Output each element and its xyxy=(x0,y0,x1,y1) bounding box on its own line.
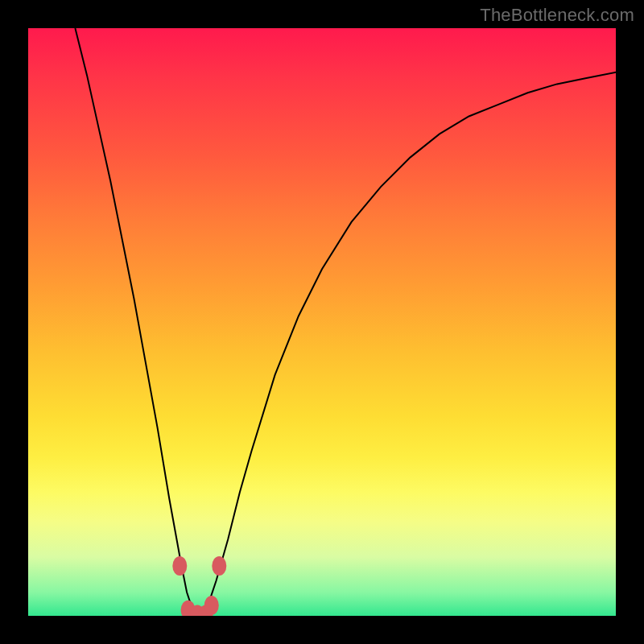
watermark-text: TheBottleneck.com xyxy=(480,5,634,26)
chart-svg xyxy=(28,28,616,616)
chart-frame: TheBottleneck.com xyxy=(0,0,644,644)
bottleneck-curve xyxy=(75,28,616,616)
curve-markers xyxy=(172,556,226,616)
curve-marker xyxy=(172,556,187,576)
curve-marker xyxy=(204,596,219,615)
chart-plot-area xyxy=(28,28,616,616)
curve-marker xyxy=(212,556,226,576)
